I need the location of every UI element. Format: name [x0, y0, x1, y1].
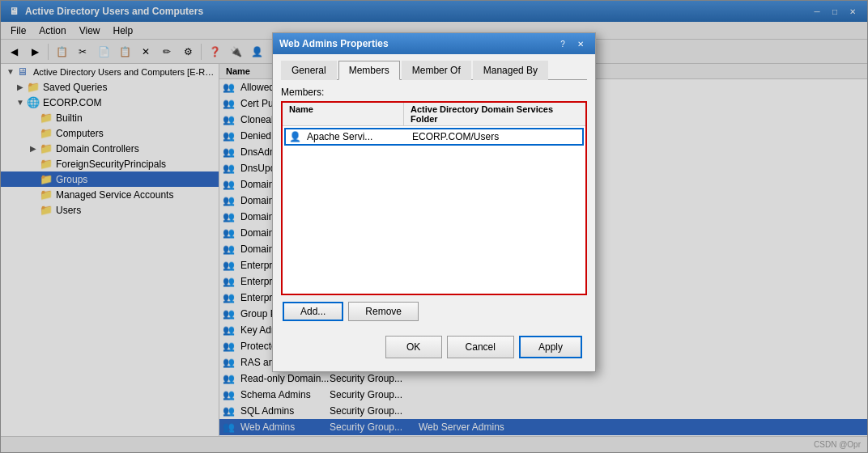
dialog-title: Web Admins Properties: [279, 38, 389, 49]
members-path-col: Active Directory Domain Services Folder: [404, 103, 585, 125]
dialog-title-bar: Web Admins Properties ? ✕: [273, 33, 595, 54]
add-member-button[interactable]: Add...: [283, 302, 343, 321]
ok-button[interactable]: OK: [385, 336, 442, 358]
apply-button[interactable]: Apply: [519, 336, 582, 358]
dialog-close-button[interactable]: ✕: [572, 36, 589, 51]
member-row-apache[interactable]: 👤 Apache Servi... ECORP.COM/Users: [284, 128, 584, 146]
tab-member-of[interactable]: Member Of: [402, 61, 471, 80]
tab-managed-by[interactable]: Managed By: [473, 61, 548, 80]
tab-members[interactable]: Members: [338, 61, 400, 80]
members-list: Name Active Directory Domain Services Fo…: [281, 101, 587, 295]
dialog-action-buttons: Add... Remove: [281, 302, 587, 321]
members-label: Members:: [281, 87, 587, 98]
dialog-controls: ? ✕: [555, 36, 589, 51]
modal-overlay: Web Admins Properties ? ✕ General Member…: [0, 0, 868, 453]
cancel-button[interactable]: Cancel: [447, 336, 514, 358]
tab-general[interactable]: General: [281, 61, 337, 80]
member-path: ECORP.COM/Users: [412, 131, 579, 142]
dialog-help-button[interactable]: ?: [555, 36, 571, 51]
dialog-tabs: General Members Member Of Managed By: [281, 61, 587, 80]
members-list-header: Name Active Directory Domain Services Fo…: [283, 103, 585, 126]
dialog-web-admins-properties: Web Admins Properties ? ✕ General Member…: [272, 32, 596, 372]
dialog-content: General Members Member Of Managed By Mem…: [273, 54, 595, 370]
member-name: Apache Servi...: [307, 131, 412, 142]
remove-member-button[interactable]: Remove: [348, 302, 419, 321]
member-user-icon: 👤: [289, 131, 304, 142]
members-name-col: Name: [283, 103, 404, 125]
dialog-bottom-buttons: OK Cancel Apply: [281, 331, 587, 363]
